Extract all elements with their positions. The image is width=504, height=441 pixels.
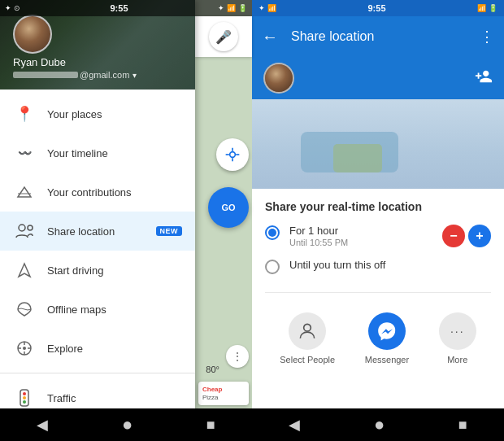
add-person-button[interactable] <box>475 68 493 90</box>
time-right: 9:55 <box>367 3 385 13</box>
explore-icon <box>13 337 36 360</box>
share-content: Share your real-time location For 1 hour… <box>252 189 504 408</box>
recent-nav-right[interactable]: ■ <box>458 417 467 434</box>
section-title: Share your real-time location <box>265 200 491 213</box>
recent-nav-icon[interactable]: ■ <box>206 417 215 434</box>
status-bar-left: ✦ ⊙ 9:55 ✦ 📶 🔋 <box>0 0 252 16</box>
svg-point-1 <box>19 225 25 231</box>
temperature-label: 80° <box>206 365 219 374</box>
info-card-title: Cheap <box>202 386 245 393</box>
user-avatar-small <box>263 63 294 94</box>
sidebar-item-your-contributions[interactable]: Your contributions <box>0 172 195 212</box>
svg-point-10 <box>23 392 26 395</box>
navigation-drawer: Ryan Dube @gmail.com ▾ 📍 Your places 〰️ … <box>0 0 195 441</box>
user-name: Ryan Dube <box>13 56 182 68</box>
user-email: @gmail.com ▾ <box>13 70 182 80</box>
back-nav-icon[interactable]: ◀ <box>37 416 48 434</box>
status-left-icons-right: ✦ 📶 <box>259 4 276 12</box>
map-preview <box>252 99 504 189</box>
my-location-button[interactable] <box>216 138 249 171</box>
sidebar-item-label: Offline maps <box>47 303 182 316</box>
time-left: 9:55 <box>110 3 128 13</box>
sidebar-item-explore[interactable]: Explore <box>0 329 195 368</box>
content-divider <box>265 292 491 293</box>
map-search-bar[interactable]: 🎤 <box>195 16 252 57</box>
email-redacted <box>13 72 78 78</box>
select-people-option[interactable]: Select People <box>280 312 335 365</box>
email-domain: @gmail.com <box>80 70 129 80</box>
bluetooth-icon: ✦ <box>218 4 224 12</box>
chevron-down-icon[interactable]: ▾ <box>133 71 137 80</box>
svg-point-11 <box>23 396 26 400</box>
radio-button-until-off[interactable] <box>265 260 280 274</box>
avatar[interactable] <box>13 15 52 54</box>
status-icons-left: ✦ ⊙ <box>5 4 20 12</box>
map-more-button[interactable]: ⋮ <box>226 345 249 368</box>
microphone-button[interactable]: 🎤 <box>209 22 238 51</box>
user-info: Ryan Dube @gmail.com ▾ <box>13 56 182 80</box>
hour-controls: − + <box>442 225 491 247</box>
places-icon: 📍 <box>13 103 36 125</box>
more-option[interactable]: ··· More <box>439 312 476 365</box>
back-nav-right[interactable]: ◀ <box>289 416 300 434</box>
sidebar-item-share-location[interactable]: Share location NEW <box>0 212 195 251</box>
svg-point-12 <box>23 400 26 404</box>
contributions-icon <box>13 181 36 203</box>
select-people-icon <box>289 312 326 350</box>
sidebar-item-your-timeline[interactable]: 〰️ Your timeline <box>0 133 195 172</box>
svg-point-4 <box>23 347 26 350</box>
option-1-hour[interactable]: For 1 hour Until 10:55 PM − + <box>265 225 491 247</box>
info-card-subtitle: Pizza <box>202 394 245 401</box>
back-button[interactable]: ← <box>262 28 278 46</box>
new-badge: NEW <box>156 226 183 236</box>
sidebar-item-label: Start driving <box>47 264 182 277</box>
wifi-icon: 📶 <box>227 4 236 12</box>
messenger-icon <box>368 312 406 350</box>
map-info-card: Cheap Pizza <box>198 382 249 405</box>
more-icon: ··· <box>439 312 476 350</box>
sidebar-item-label: Share location <box>47 225 151 238</box>
home-nav-icon[interactable]: ● <box>122 414 133 435</box>
status-bar-right: ✦ 📶 9:55 📶 🔋 <box>252 0 504 16</box>
option-2-text: Until you turn this off <box>289 259 491 271</box>
bluetooth-icon-left: ✦ <box>5 4 11 12</box>
wifi-icon-right: 📶 <box>267 4 276 12</box>
left-panel: ✦ ⊙ 9:55 ✦ 📶 🔋 Ryan Dube @gmail.com ▾ <box>0 0 252 441</box>
increase-hour-button[interactable]: + <box>468 225 491 247</box>
drawer-menu: 📍 Your places 〰️ Your timeline Your cont… <box>0 90 195 441</box>
share-options-row: Select People Messenger ··· More <box>265 306 491 368</box>
more-label: More <box>447 355 467 365</box>
sidebar-item-label: Traffic <box>47 392 182 404</box>
share-location-icon <box>13 220 36 242</box>
decrease-hour-button[interactable]: − <box>442 225 465 247</box>
option-until-off[interactable]: Until you turn this off <box>265 259 491 274</box>
messenger-option[interactable]: Messenger <box>365 312 409 365</box>
battery-icon-left: 🔋 <box>238 4 247 12</box>
right-panel: ✦ 📶 9:55 📶 🔋 ← Share location ⋮ Share yo… <box>252 0 504 441</box>
home-nav-right[interactable]: ● <box>374 414 385 435</box>
go-button[interactable]: GO <box>208 187 249 228</box>
share-location-header: ← Share location ⋮ <box>252 16 504 57</box>
sidebar-item-offline-maps[interactable]: Offline maps <box>0 290 195 329</box>
sidebar-item-label: Your contributions <box>47 186 182 199</box>
timeline-icon: 〰️ <box>13 142 36 164</box>
select-people-label: Select People <box>280 355 335 365</box>
offline-maps-icon <box>13 298 36 321</box>
location-dot-left: ⊙ <box>14 4 20 12</box>
sidebar-item-label: Your places <box>47 108 182 120</box>
driving-icon <box>13 259 36 282</box>
sidebar-item-label: Explore <box>47 343 182 355</box>
more-options-button[interactable]: ⋮ <box>480 28 494 46</box>
sidebar-item-start-driving[interactable]: Start driving <box>0 251 195 290</box>
status-right-icons-left: ✦ 📶 🔋 <box>218 4 247 12</box>
share-sub-header <box>252 57 504 99</box>
sidebar-item-your-places[interactable]: 📍 Your places <box>0 94 195 133</box>
traffic-icon <box>13 386 36 409</box>
avatar-image-small <box>265 64 293 92</box>
radio-button-1hour[interactable] <box>265 225 280 240</box>
status-right-icons-right: 📶 🔋 <box>477 4 497 12</box>
page-title: Share location <box>291 29 480 44</box>
signal-icon-right: 📶 <box>477 4 486 12</box>
menu-divider <box>0 373 195 373</box>
messenger-label: Messenger <box>365 355 409 365</box>
